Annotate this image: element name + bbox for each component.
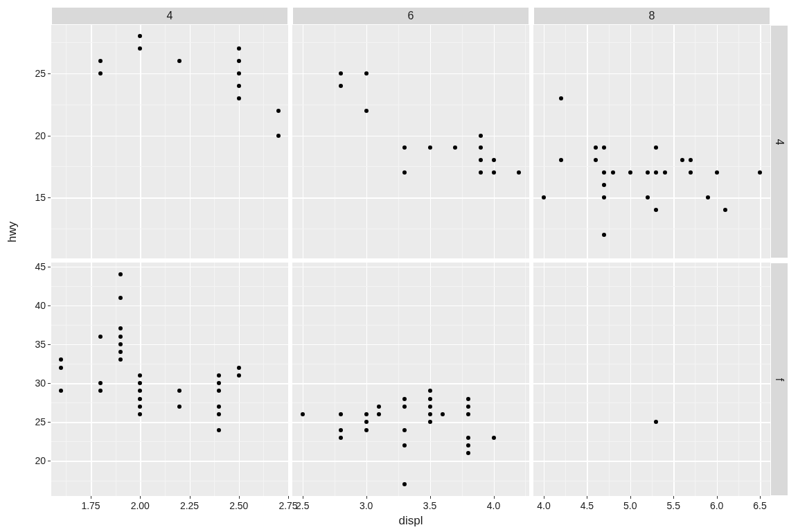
- x-tick-label: 6.5: [753, 500, 766, 511]
- data-point: [217, 405, 221, 409]
- data-point: [138, 405, 142, 409]
- data-point: [364, 412, 369, 416]
- data-point: [59, 389, 63, 393]
- y-tick-label: 40: [0, 300, 46, 311]
- data-point: [339, 428, 343, 432]
- data-point: [689, 158, 693, 162]
- data-point: [402, 428, 407, 432]
- data-point: [680, 158, 684, 162]
- data-point: [237, 59, 241, 63]
- x-tick-label: 5.0: [623, 500, 637, 511]
- data-point: [138, 46, 142, 51]
- data-point: [118, 342, 123, 346]
- data-point: [492, 158, 496, 162]
- facet-row-strip: 4: [770, 25, 788, 258]
- data-point: [402, 405, 407, 409]
- y-axis-title: hwy: [6, 222, 19, 242]
- y-tick-label: 35: [0, 339, 46, 350]
- data-point: [118, 272, 123, 276]
- data-point: [441, 412, 445, 416]
- data-point: [654, 145, 658, 150]
- data-point: [706, 195, 710, 200]
- x-tick-label: 2.75: [278, 500, 297, 511]
- data-point: [138, 381, 142, 385]
- data-point: [377, 405, 381, 409]
- data-point: [479, 158, 483, 162]
- x-tick-label: 2.50: [229, 500, 248, 511]
- y-tick-label: 25: [0, 416, 46, 427]
- data-point: [301, 412, 305, 416]
- data-point: [402, 482, 407, 486]
- y-tick-label: 20: [0, 130, 46, 141]
- data-point: [237, 373, 241, 378]
- data-point: [237, 46, 241, 51]
- facet-col-strip: 6: [292, 7, 529, 25]
- data-point: [646, 195, 650, 200]
- data-point: [237, 366, 241, 370]
- x-tick-label: 2.00: [131, 500, 150, 511]
- data-point: [98, 59, 103, 63]
- data-point: [758, 170, 762, 175]
- data-point: [654, 170, 658, 175]
- data-point: [689, 170, 693, 175]
- facet-row-strip: f: [770, 263, 788, 496]
- data-point: [402, 443, 407, 447]
- data-point: [118, 335, 123, 339]
- data-point: [466, 412, 470, 416]
- data-point: [594, 158, 598, 162]
- data-point: [602, 183, 606, 187]
- data-point: [402, 170, 407, 175]
- data-point: [138, 373, 142, 378]
- facet-panel: [533, 263, 770, 496]
- data-point: [466, 451, 470, 455]
- data-point: [628, 170, 632, 175]
- y-tick-label: 15: [0, 192, 46, 203]
- data-point: [217, 412, 221, 416]
- data-point: [138, 397, 142, 401]
- x-tick-label: 3.5: [423, 500, 436, 511]
- data-point: [654, 208, 658, 212]
- data-point: [98, 381, 103, 385]
- data-point: [364, 71, 369, 76]
- data-point: [217, 381, 221, 385]
- x-tick-label: 6.0: [710, 500, 723, 511]
- data-point: [723, 208, 727, 212]
- data-point: [276, 134, 281, 138]
- facet-panel: [292, 25, 529, 258]
- data-point: [402, 397, 407, 401]
- data-point: [663, 170, 667, 175]
- facet-scatter-chart: hwy 4684152025f2025303540451.752.002.252…: [0, 0, 798, 532]
- data-point: [339, 436, 343, 440]
- data-point: [453, 145, 457, 150]
- data-point: [217, 389, 221, 393]
- data-point: [492, 436, 496, 440]
- data-point: [479, 170, 483, 175]
- facet-panel: [292, 263, 529, 496]
- data-point: [542, 195, 546, 200]
- data-point: [492, 170, 496, 175]
- data-point: [177, 389, 181, 393]
- data-point: [118, 326, 123, 330]
- data-point: [364, 109, 369, 113]
- data-point: [466, 405, 470, 409]
- data-point: [602, 170, 606, 175]
- data-point: [364, 420, 369, 424]
- data-point: [118, 296, 123, 300]
- data-point: [59, 357, 63, 362]
- y-tick-label: 25: [0, 68, 46, 79]
- facet-col-strip: 8: [533, 7, 770, 25]
- x-tick-label: 4.0: [487, 500, 500, 511]
- facet-col-strip: 4: [51, 7, 288, 25]
- x-tick-label: 3.0: [360, 500, 373, 511]
- facet-panel: [51, 263, 288, 496]
- data-point: [466, 397, 470, 401]
- data-point: [428, 145, 432, 150]
- x-tick-label: 4.5: [580, 500, 594, 511]
- data-point: [715, 170, 719, 175]
- data-point: [428, 397, 432, 401]
- data-point: [559, 96, 563, 100]
- data-point: [402, 145, 407, 150]
- data-point: [339, 71, 343, 76]
- data-point: [118, 350, 123, 354]
- data-point: [339, 412, 343, 416]
